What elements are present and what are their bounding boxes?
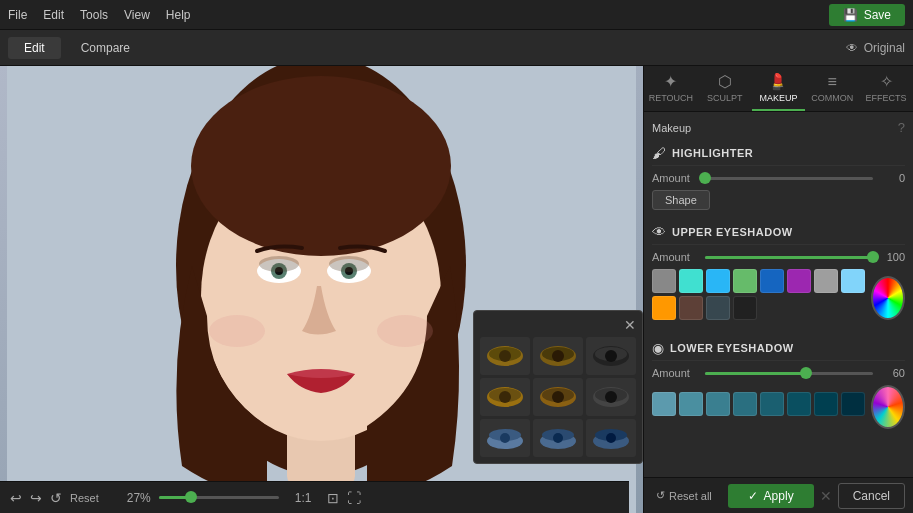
highlighter-title: HIGHLIGHTER (672, 147, 753, 159)
lower-eyeshadow-slider[interactable] (705, 372, 873, 375)
eye-style-grid (480, 337, 636, 457)
upper-eyeshadow-slider[interactable] (705, 256, 873, 259)
highlighter-header: 🖌 HIGHLIGHTER (652, 141, 905, 166)
lower-eyeshadow-icon: ◉ (652, 340, 664, 356)
lower-eyeshadow-handle[interactable] (800, 367, 812, 379)
eye-swatch-7[interactable] (480, 419, 530, 457)
color-swatch-2[interactable] (679, 269, 703, 293)
eye-swatch-6[interactable] (586, 378, 636, 416)
menu-view[interactable]: View (124, 8, 150, 22)
zoom-slider[interactable] (159, 496, 279, 499)
color-swatch-3[interactable] (706, 269, 730, 293)
lower-swatch-7[interactable] (814, 392, 838, 416)
svg-point-23 (605, 350, 617, 362)
common-icon: ≡ (828, 73, 837, 91)
lower-swatch-5[interactable] (760, 392, 784, 416)
lower-eyeshadow-title: LOWER EYESHADOW (670, 342, 794, 354)
color-swatch-9[interactable] (652, 296, 676, 320)
menu-edit[interactable]: Edit (43, 8, 64, 22)
menu-tools[interactable]: Tools (80, 8, 108, 22)
fullscreen-icon[interactable]: ⛶ (347, 490, 361, 506)
highlighter-value: 0 (881, 172, 905, 184)
apply-button[interactable]: ✓ Apply (728, 484, 814, 508)
tool-tabs: ✦ RETOUCH ⬡ SCULPT 💄 MAKEUP ≡ COMMON ✧ E… (644, 66, 913, 112)
eye-icon: 👁 (846, 41, 858, 55)
lower-swatch-3[interactable] (706, 392, 730, 416)
upper-eyeshadow-title: UPPER EYESHADOW (672, 226, 793, 238)
svg-point-29 (552, 391, 564, 403)
color-swatch-12[interactable] (733, 296, 757, 320)
fit-screen-icon[interactable]: ⊡ (327, 490, 339, 506)
highlighter-slider[interactable] (705, 177, 873, 180)
svg-point-17 (499, 350, 511, 362)
divider: ✕ (820, 488, 832, 504)
eye-swatch-3[interactable] (586, 337, 636, 375)
shape-button[interactable]: Shape (652, 190, 710, 210)
reset-all-link[interactable]: ↺ Reset all (656, 489, 712, 502)
color-swatch-5[interactable] (760, 269, 784, 293)
lower-swatch-8[interactable] (841, 392, 865, 416)
menu-items: File Edit Tools View Help (8, 8, 191, 22)
color-swatch-11[interactable] (706, 296, 730, 320)
original-toggle[interactable]: 👁 Original (846, 41, 905, 55)
upper-eyeshadow-handle[interactable] (867, 251, 879, 263)
color-grid (652, 269, 865, 320)
reset-canvas-icon[interactable]: ↺ (50, 490, 62, 506)
save-button[interactable]: 💾 Save (829, 4, 905, 26)
cancel-button[interactable]: Cancel (838, 483, 905, 509)
close-popup-button[interactable]: ✕ (624, 317, 636, 333)
lower-eyeshadow-amount-label: Amount (652, 367, 697, 379)
lower-color-row (652, 385, 905, 429)
tab-common[interactable]: ≡ COMMON (805, 66, 859, 111)
sculpt-label: SCULPT (707, 93, 743, 103)
main-area: ↩ ↪ ↺ Reset 27% 1:1 ⊡ ⛶ ✦ RETOUCH ⬡ SCUL… (0, 66, 913, 513)
color-swatch-6[interactable] (787, 269, 811, 293)
action-bar: ↺ Reset all ✓ Apply ✕ Cancel (644, 477, 913, 513)
lower-swatch-1[interactable] (652, 392, 676, 416)
color-wheel[interactable] (871, 276, 905, 320)
tab-sculpt[interactable]: ⬡ SCULPT (698, 66, 752, 111)
menu-help[interactable]: Help (166, 8, 191, 22)
lower-swatch-4[interactable] (733, 392, 757, 416)
help-icon[interactable]: ? (898, 120, 905, 135)
upper-eyeshadow-value: 100 (881, 251, 905, 263)
lower-swatch-2[interactable] (679, 392, 703, 416)
save-icon: 💾 (843, 8, 858, 22)
color-swatch-4[interactable] (733, 269, 757, 293)
effects-icon: ✧ (880, 72, 893, 91)
eye-popup-header: ✕ (480, 317, 636, 333)
tab-retouch[interactable]: ✦ RETOUCH (644, 66, 698, 111)
color-swatch-7[interactable] (814, 269, 838, 293)
color-swatch-8[interactable] (841, 269, 865, 293)
lower-swatch-6[interactable] (787, 392, 811, 416)
redo-icon[interactable]: ↪ (30, 490, 42, 506)
menu-file[interactable]: File (8, 8, 27, 22)
eye-swatch-2[interactable] (533, 337, 583, 375)
undo-icon[interactable]: ↩ (10, 490, 22, 506)
eye-swatch-9[interactable] (586, 419, 636, 457)
compare-tab[interactable]: Compare (65, 37, 146, 59)
tab-effects[interactable]: ✧ EFFECTS (859, 66, 913, 111)
highlighter-amount-row: Amount 0 (652, 172, 905, 184)
upper-eyeshadow-icon: 👁 (652, 224, 666, 240)
svg-point-14 (377, 315, 433, 347)
highlighter-handle[interactable] (699, 172, 711, 184)
lower-eyeshadow-fill (705, 372, 806, 375)
eye-swatch-8[interactable] (533, 419, 583, 457)
eye-swatch-4[interactable] (480, 378, 530, 416)
svg-point-20 (552, 350, 564, 362)
color-swatch-1[interactable] (652, 269, 676, 293)
tab-makeup[interactable]: 💄 MAKEUP (752, 66, 806, 111)
eye-swatch-5[interactable] (533, 378, 583, 416)
zoom-handle[interactable] (185, 491, 197, 503)
color-swatch-10[interactable] (679, 296, 703, 320)
lower-color-wheel[interactable] (871, 385, 905, 429)
upper-eyeshadow-amount-row: Amount 100 (652, 251, 905, 263)
retouch-label: RETOUCH (649, 93, 693, 103)
edit-tab[interactable]: Edit (8, 37, 61, 59)
apply-label: Apply (764, 489, 794, 503)
eye-swatch-1[interactable] (480, 337, 530, 375)
reset-canvas-label[interactable]: Reset (70, 492, 99, 504)
upper-eyeshadow-header: 👁 UPPER EYESHADOW (652, 220, 905, 245)
color-swatch-row (652, 269, 905, 326)
